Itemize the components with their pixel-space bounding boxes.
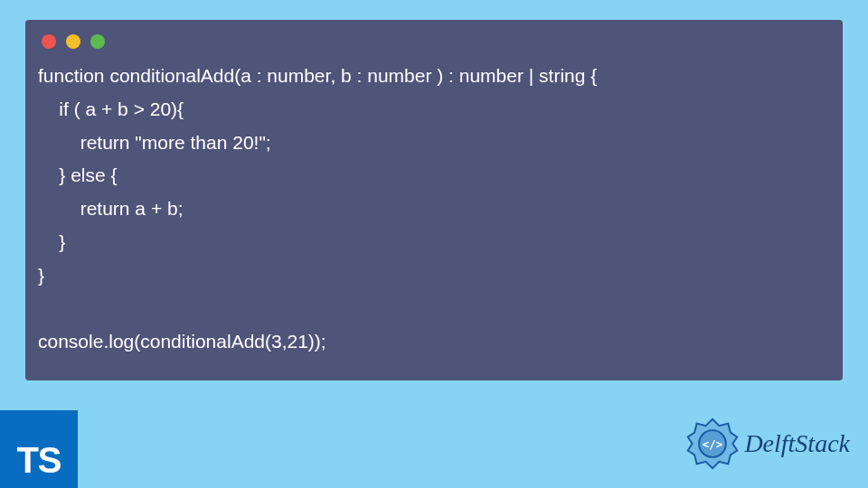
svg-text:</>: </> [703,437,722,451]
brand: </> DelftStack [684,416,850,472]
code-block: function conditionalAdd(a : number, b : … [25,56,843,362]
typescript-badge: TS [0,410,78,488]
brand-logo-icon: </> [684,416,741,472]
close-icon [42,34,56,49]
code-window: function conditionalAdd(a : number, b : … [25,20,843,380]
minimize-icon [66,34,80,49]
window-controls [25,20,843,56]
brand-name: DelftStack [744,429,850,458]
maximize-icon [90,34,105,49]
typescript-badge-text: TS [16,440,61,481]
